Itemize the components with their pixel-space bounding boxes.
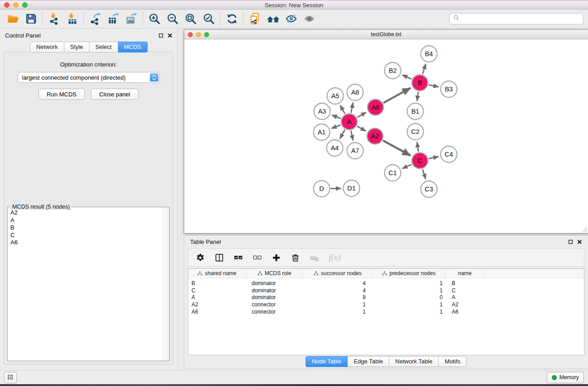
node-B2[interactable]: B2: [385, 62, 401, 79]
copy-network-button[interactable]: [247, 11, 263, 27]
tab-style[interactable]: Style: [64, 42, 90, 52]
edge-B-B2[interactable]: [402, 75, 411, 79]
zoom-selected-button[interactable]: [201, 11, 217, 27]
result-item[interactable]: A6: [10, 239, 163, 247]
table-row-B[interactable]: Bdominator41B: [188, 280, 584, 287]
node-C1[interactable]: C1: [385, 165, 401, 181]
node-A2[interactable]: A2: [367, 129, 383, 144]
close-panel-icon[interactable]: [167, 33, 172, 38]
edge-A6-B[interactable]: [383, 88, 411, 103]
edge-A-A6[interactable]: [357, 112, 366, 117]
hide-eye-button[interactable]: [283, 11, 299, 27]
edge-A-A8[interactable]: [351, 103, 353, 113]
task-history-button[interactable]: [4, 372, 17, 383]
node-B[interactable]: B: [412, 75, 428, 91]
zoom-fit-button[interactable]: [182, 11, 199, 27]
show-columns-button[interactable]: [215, 253, 224, 262]
edge-C-C3[interactable]: [423, 169, 426, 179]
edge-B-B1[interactable]: [417, 92, 418, 101]
column-header-name[interactable]: name: [445, 269, 485, 278]
node-C[interactable]: C: [412, 153, 428, 169]
node-A3[interactable]: A3: [314, 103, 330, 119]
result-item[interactable]: C: [10, 232, 163, 239]
export-image-button[interactable]: [123, 11, 139, 27]
node-B1[interactable]: B1: [407, 103, 424, 119]
add-column-button[interactable]: [272, 253, 281, 262]
result-item[interactable]: A: [10, 217, 163, 224]
table-row-C[interactable]: Cdominator41C: [188, 287, 584, 294]
table-row-A6[interactable]: A6connector11A6: [188, 308, 584, 315]
node-A5[interactable]: A5: [327, 88, 344, 104]
edge-A-A5[interactable]: [340, 105, 344, 114]
run-mcds-button[interactable]: Run MCDS: [38, 89, 85, 100]
node-C4[interactable]: C4: [441, 146, 457, 162]
zoom-window-button[interactable]: [22, 2, 28, 8]
edge-A-A3[interactable]: [332, 115, 341, 119]
edge-A-A2[interactable]: [357, 126, 366, 131]
network-close-button[interactable]: [188, 32, 193, 37]
import-table-button[interactable]: [64, 11, 80, 27]
refresh-button[interactable]: [224, 11, 240, 27]
column-header-shared-name[interactable]: shared name: [188, 269, 246, 278]
edge-A2-C[interactable]: [383, 141, 411, 156]
node-A[interactable]: A: [341, 114, 357, 130]
node-A7[interactable]: A7: [347, 143, 363, 159]
tab-network[interactable]: Network: [30, 42, 64, 52]
network-canvas[interactable]: B4B2BB3A5A8A6A3B1AA1C2A2A4A7C4CC1C3DD1: [184, 39, 588, 233]
zoom-out-button[interactable]: [164, 11, 181, 27]
delete-column-button[interactable]: [291, 253, 300, 262]
node-C3[interactable]: C3: [421, 181, 437, 197]
memory-button[interactable]: Memory: [547, 372, 584, 383]
node-B4[interactable]: B4: [421, 46, 437, 62]
node-C2[interactable]: C2: [407, 124, 424, 140]
node-A1[interactable]: A1: [314, 124, 330, 140]
search-field[interactable]: [449, 13, 583, 24]
edge-A-A4[interactable]: [340, 130, 345, 139]
tab-network-table[interactable]: Network Table: [389, 356, 439, 367]
tab-node-table[interactable]: Node Table: [306, 356, 348, 367]
result-item[interactable]: B: [10, 224, 163, 232]
minimize-window-button[interactable]: [13, 2, 19, 8]
import-network-button[interactable]: [46, 11, 62, 27]
edge-B-B3[interactable]: [429, 85, 439, 87]
node-A6[interactable]: A6: [368, 100, 383, 115]
node-D[interactable]: D: [314, 181, 330, 197]
unselect-all-button[interactable]: [253, 253, 262, 262]
show-eye-button[interactable]: [301, 11, 317, 27]
criterion-select[interactable]: largest connected component (directed): [18, 72, 160, 83]
node-A8[interactable]: A8: [347, 84, 363, 100]
column-header-predecessor-nodes[interactable]: predecessor nodes: [373, 269, 445, 278]
close-window-button[interactable]: [4, 2, 10, 8]
tab-select[interactable]: Select: [90, 42, 118, 52]
export-network-button[interactable]: [87, 11, 103, 27]
float-panel-icon[interactable]: [158, 33, 163, 38]
tab-mcds[interactable]: MCDS: [118, 42, 148, 52]
node-A4[interactable]: A4: [327, 140, 343, 156]
result-scrollbar[interactable]: [163, 207, 169, 361]
result-item[interactable]: A2: [10, 209, 163, 217]
settings-gear-button[interactable]: [196, 253, 205, 262]
column-header-successor-nodes[interactable]: successor nodes: [303, 269, 373, 278]
float-table-panel-icon[interactable]: [568, 239, 573, 244]
edge-A-A7[interactable]: [351, 131, 353, 141]
export-table-button[interactable]: [105, 11, 121, 27]
zoom-in-button[interactable]: [146, 11, 163, 27]
close-table-panel-icon[interactable]: [577, 239, 582, 244]
search-input[interactable]: [462, 15, 580, 22]
tab-edge-table[interactable]: Edge Table: [348, 356, 389, 367]
select-all-button[interactable]: [234, 253, 243, 262]
close-panel-button[interactable]: Close panel: [91, 89, 139, 100]
tab-motifs[interactable]: Motifs: [439, 356, 467, 367]
network-zoom-button[interactable]: [204, 32, 209, 37]
network-minimize-button[interactable]: [196, 32, 201, 37]
houses-button[interactable]: [265, 11, 281, 27]
edge-C-C2[interactable]: [417, 142, 418, 152]
edge-C-C4[interactable]: [429, 157, 439, 159]
resize-grip[interactable]: [582, 227, 588, 233]
edge-A-A1[interactable]: [331, 125, 341, 129]
save-button[interactable]: [23, 11, 39, 27]
node-B3[interactable]: B3: [441, 81, 457, 97]
table-row-A2[interactable]: A2connector11A2: [188, 301, 584, 308]
edge-C-C1[interactable]: [402, 164, 411, 168]
open-folder-button[interactable]: [5, 11, 21, 27]
